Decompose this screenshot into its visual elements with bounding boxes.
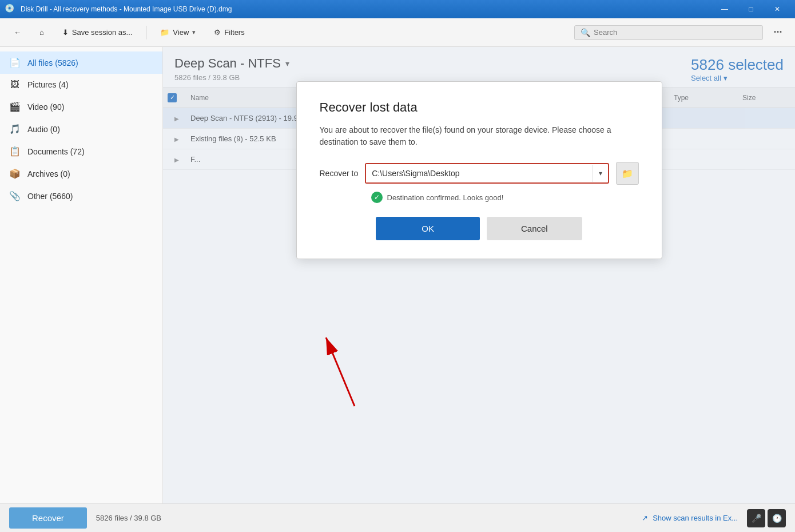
destination-input[interactable] — [366, 164, 592, 182]
toolbar-separator — [146, 26, 146, 39]
show-excel-button[interactable]: ↗ Show scan results in Ex... — [642, 514, 738, 522]
dialog-ok-button[interactable]: OK — [376, 217, 480, 240]
recover-button[interactable]: Recover — [9, 507, 87, 529]
folder-browse-icon: 📁 — [622, 168, 633, 179]
modal-overlay: Recover lost data You are about to recov… — [163, 47, 795, 503]
sidebar-item-video[interactable]: 🎬 Video (90) — [0, 96, 162, 118]
filters-label: Filters — [224, 28, 244, 37]
sidebar-item-pictures[interactable]: 🖼 Pictures (4) — [0, 74, 162, 96]
mic-button[interactable]: 🎤 — [747, 509, 765, 527]
sidebar-item-other[interactable]: 📎 Other (5660) — [0, 185, 162, 207]
save-session-label: Save session as... — [72, 28, 133, 37]
dialog-actions: OK Cancel — [320, 217, 639, 240]
maximize-button[interactable]: □ — [738, 0, 764, 18]
view-button[interactable]: 📁 View ▾ — [153, 25, 202, 40]
minimize-button[interactable]: — — [711, 0, 738, 18]
all-files-icon: 📄 — [9, 57, 21, 68]
bottom-files-info: 5826 files / 39.8 GB — [96, 514, 161, 522]
window-title: Disk Drill - All recovery methods - Moun… — [21, 5, 711, 13]
status-text: Destination confirmed. Looks good! — [387, 193, 504, 202]
titlebar: 💿 Disk Drill - All recovery methods - Mo… — [0, 0, 795, 18]
browse-button[interactable]: 📁 — [616, 162, 639, 185]
archives-icon: 📦 — [9, 168, 21, 179]
back-icon: ← — [14, 28, 21, 37]
folder-icon: 📁 — [160, 28, 169, 37]
home-button[interactable]: ⌂ — [33, 25, 51, 40]
filters-button[interactable]: ⚙ Filters — [207, 25, 251, 40]
documents-label: Documents (72) — [27, 147, 153, 156]
recover-dialog: Recover lost data You are about to recov… — [296, 81, 662, 259]
archives-label: Archives (0) — [27, 169, 153, 178]
audio-label: Audio (0) — [27, 125, 153, 134]
other-icon: 📎 — [9, 190, 21, 201]
sidebar-item-all-files[interactable]: 📄 All files (5826) — [0, 51, 162, 74]
status-ok-icon: ✓ — [371, 192, 383, 203]
video-label: Video (90) — [27, 102, 153, 112]
sidebar-item-documents[interactable]: 📋 Documents (72) — [0, 140, 162, 162]
destination-input-wrap: ▾ — [365, 163, 609, 184]
destination-dropdown-button[interactable]: ▾ — [593, 165, 608, 182]
recover-to-label: Recover to — [320, 169, 359, 178]
search-input[interactable] — [594, 28, 757, 37]
dialog-description: You are about to recover the file(s) fou… — [320, 124, 639, 148]
download-icon: ⬇ — [62, 28, 69, 37]
sidebar-item-audio[interactable]: 🎵 Audio (0) — [0, 118, 162, 140]
dialog-title: Recover lost data — [320, 100, 639, 115]
bottom-bar: Recover 5826 files / 39.8 GB ↗ Show scan… — [0, 503, 795, 532]
audio-icon: 🎵 — [9, 124, 21, 134]
app-icon: 💿 — [5, 3, 16, 15]
bottom-icons: 🎤 🕐 — [747, 509, 786, 527]
home-icon: ⌂ — [39, 28, 44, 37]
sidebar-item-archives[interactable]: 📦 Archives (0) — [0, 162, 162, 185]
dialog-recover-to-row: Recover to ▾ 📁 — [320, 162, 639, 185]
more-options-button[interactable]: ··· — [768, 23, 788, 42]
close-button[interactable]: ✕ — [764, 0, 790, 18]
search-icon: 🔍 — [581, 28, 590, 37]
show-excel-label: Show scan results in Ex... — [653, 514, 738, 522]
search-box[interactable]: 🔍 — [574, 25, 763, 40]
back-button[interactable]: ← — [7, 25, 28, 40]
save-session-button[interactable]: ⬇ Save session as... — [55, 25, 140, 40]
pictures-icon: 🖼 — [9, 80, 21, 90]
dialog-status: ✓ Destination confirmed. Looks good! — [371, 192, 639, 203]
pictures-label: Pictures (4) — [27, 80, 153, 89]
other-label: Other (5660) — [27, 192, 153, 201]
view-label: View — [173, 28, 189, 37]
filter-icon: ⚙ — [214, 28, 221, 37]
all-files-label: All files (5826) — [27, 58, 153, 68]
video-icon: 🎬 — [9, 101, 21, 112]
clock-button[interactable]: 🕐 — [768, 509, 786, 527]
view-chevron-icon: ▾ — [192, 29, 196, 36]
sidebar: 📄 All files (5826) 🖼 Pictures (4) 🎬 Vide… — [0, 47, 163, 503]
window-controls: — □ ✕ — [711, 0, 790, 18]
toolbar: ← ⌂ ⬇ Save session as... 📁 View ▾ ⚙ Filt… — [0, 18, 795, 47]
export-icon: ↗ — [642, 514, 648, 522]
dialog-cancel-button[interactable]: Cancel — [487, 217, 582, 240]
documents-icon: 📋 — [9, 146, 21, 157]
